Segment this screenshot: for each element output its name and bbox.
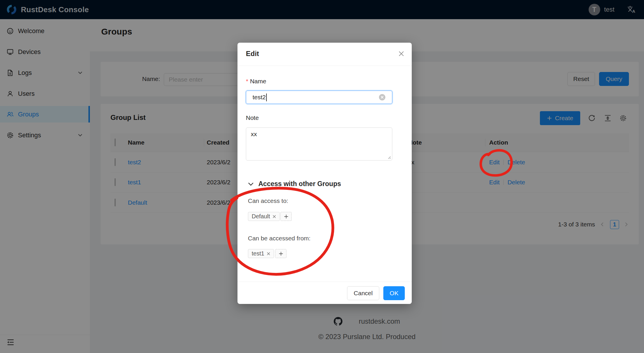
app: RustDesk Console T test A Welc — [0, 0, 644, 353]
accessed-from-tag: test1 — [248, 249, 274, 258]
group-name-value: test2 — [253, 94, 266, 101]
chevron-down-icon — [248, 182, 254, 186]
modal-header: Edit — [237, 43, 412, 66]
ok-button[interactable]: OK — [383, 286, 405, 300]
access-tag: Default — [248, 212, 280, 221]
close-icon[interactable] — [398, 51, 404, 57]
cancel-button[interactable]: Cancel — [347, 286, 379, 300]
cancel-label: Cancel — [354, 290, 373, 297]
add-access-button[interactable] — [280, 212, 292, 221]
clear-input-icon[interactable] — [379, 94, 385, 100]
text-caret — [266, 93, 267, 101]
add-accessed-from-button[interactable] — [275, 249, 286, 258]
remove-tag-icon[interactable] — [273, 215, 276, 218]
remove-tag-icon[interactable] — [267, 252, 270, 255]
name-field-label: *Name — [246, 78, 266, 85]
tag-label: test1 — [252, 250, 264, 257]
ok-label: OK — [390, 290, 398, 297]
note-value: xx — [251, 131, 257, 137]
note-field-label: Note — [246, 114, 259, 121]
edit-group-modal: Edit *Name test2 Note xx Acces — [237, 43, 412, 304]
can-access-label: Can access to: — [248, 197, 288, 204]
resize-handle-icon[interactable] — [387, 155, 391, 159]
modal-title: Edit — [246, 50, 259, 58]
access-section-toggle[interactable]: Access with other Groups — [248, 180, 341, 188]
accessed-from-label: Can be accessed from: — [248, 235, 311, 242]
group-name-input[interactable]: test2 — [246, 91, 392, 104]
access-section-title: Access with other Groups — [258, 180, 341, 188]
modal-footer: Cancel OK — [237, 282, 412, 304]
required-asterisk: * — [246, 78, 248, 84]
tag-label: Default — [252, 213, 270, 220]
note-textarea[interactable]: xx — [246, 127, 392, 161]
